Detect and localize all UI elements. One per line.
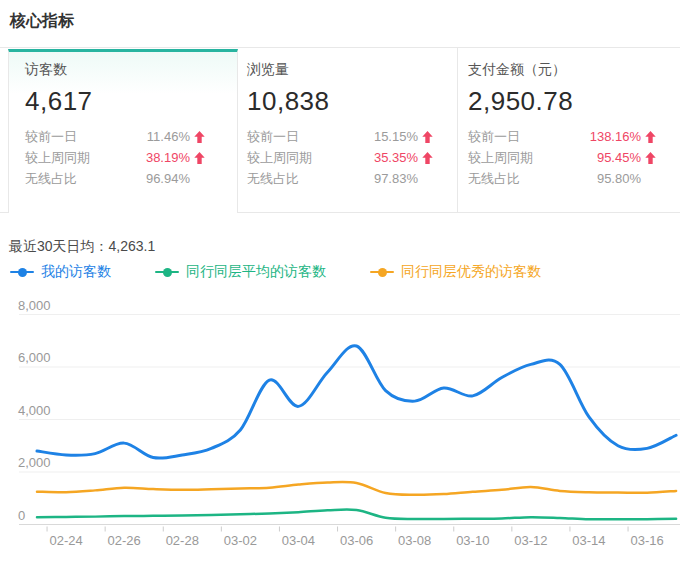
- metric-row: 较上周同期 35.35%: [247, 147, 433, 168]
- thirty-day-average-text: 最近30天日均：4,263.1: [9, 238, 155, 256]
- page-title: 核心指标: [10, 11, 74, 32]
- tab-strip-top-border: [0, 47, 680, 48]
- svg-text:03-02: 03-02: [224, 533, 257, 548]
- up-arrow-icon: [422, 152, 433, 164]
- metric-row: 无线占比 97.83%: [247, 168, 433, 189]
- up-arrow-icon: [194, 131, 205, 143]
- row-label: 较上周同期: [247, 149, 312, 167]
- svg-text:03-16: 03-16: [630, 533, 663, 548]
- chart-legend: 我的访客数 同行同层平均的访客数 同行同层优秀的访客数: [10, 262, 541, 282]
- dashboard-panel: 核心指标 访客数 4,617 较前一日 11.46% 较上周同期 38.19% …: [0, 0, 680, 562]
- tab-pageviews[interactable]: 浏览量 10,838 较前一日 15.15% 较上周同期 35.35% 无线占比…: [247, 60, 433, 189]
- trend-chart: 02,0004,0006,0008,00002-2402-2602-2803-0…: [0, 290, 680, 562]
- svg-text:0: 0: [18, 508, 25, 523]
- svg-text:2,000: 2,000: [18, 455, 51, 470]
- row-value: 95.80%: [597, 171, 641, 186]
- metric-value-visitors: 4,617: [25, 86, 205, 116]
- up-arrow-icon: [422, 131, 433, 143]
- metric-row: 无线占比 96.94%: [25, 168, 205, 189]
- legend-line-dot-icon: [370, 265, 394, 279]
- legend-item-my-visitors[interactable]: 我的访客数: [10, 263, 111, 281]
- svg-text:02-24: 02-24: [49, 533, 82, 548]
- tab-payment[interactable]: 支付金额（元） 2,950.78 较前一日 138.16% 较上周同期 95.4…: [468, 60, 656, 189]
- metric-label-pageviews: 浏览量: [247, 60, 433, 78]
- row-label: 无线占比: [247, 170, 299, 188]
- row-label: 较前一日: [468, 128, 520, 146]
- up-arrow-icon: [645, 131, 656, 143]
- row-label: 较上周同期: [25, 149, 90, 167]
- up-arrow-icon: [194, 152, 205, 164]
- metric-row: 较前一日 11.46%: [25, 126, 205, 147]
- svg-text:8,000: 8,000: [18, 298, 51, 313]
- row-value: 138.16%: [590, 129, 641, 144]
- svg-text:03-06: 03-06: [340, 533, 373, 548]
- row-label: 较前一日: [247, 128, 299, 146]
- metric-row: 较前一日 138.16%: [468, 126, 656, 147]
- metric-label-payment: 支付金额（元）: [468, 60, 656, 78]
- row-value: 11.46%: [147, 129, 190, 144]
- trend-chart-svg: 02,0004,0006,0008,00002-2402-2602-2803-0…: [0, 290, 680, 562]
- svg-text:03-08: 03-08: [398, 533, 431, 548]
- legend-label: 我的访客数: [41, 263, 111, 281]
- legend-item-peer-average[interactable]: 同行同层平均的访客数: [155, 263, 326, 281]
- row-label: 无线占比: [468, 170, 520, 188]
- legend-label: 同行同层平均的访客数: [186, 263, 326, 281]
- row-value: 97.83%: [374, 171, 418, 186]
- legend-item-peer-excellent[interactable]: 同行同层优秀的访客数: [370, 263, 541, 281]
- tab-divider: [457, 48, 458, 213]
- row-value: 35.35%: [374, 150, 418, 165]
- metric-row: 较上周同期 95.45%: [468, 147, 656, 168]
- row-label: 较前一日: [25, 128, 77, 146]
- row-label: 无线占比: [25, 170, 77, 188]
- svg-text:03-04: 03-04: [282, 533, 315, 548]
- metric-value-pageviews: 10,838: [247, 86, 433, 116]
- svg-text:6,000: 6,000: [18, 350, 51, 365]
- legend-line-dot-icon: [155, 265, 179, 279]
- legend-line-dot-icon: [10, 265, 34, 279]
- svg-text:03-10: 03-10: [456, 533, 489, 548]
- svg-text:02-26: 02-26: [108, 533, 141, 548]
- metric-label-visitors: 访客数: [25, 60, 205, 78]
- row-value: 96.94%: [146, 171, 190, 186]
- tab-visitors[interactable]: 访客数 4,617 较前一日 11.46% 较上周同期 38.19% 无线占比 …: [25, 60, 205, 189]
- svg-text:03-14: 03-14: [572, 533, 605, 548]
- metric-row: 较前一日 15.15%: [247, 126, 433, 147]
- row-label: 较上周同期: [468, 149, 533, 167]
- svg-text:02-28: 02-28: [166, 533, 199, 548]
- row-value: 15.15%: [374, 129, 418, 144]
- svg-text:03-12: 03-12: [514, 533, 547, 548]
- metric-row: 无线占比 95.80%: [468, 168, 656, 189]
- row-value: 38.19%: [146, 150, 190, 165]
- up-arrow-icon: [645, 152, 656, 164]
- metric-row: 较上周同期 38.19%: [25, 147, 205, 168]
- metric-value-payment: 2,950.78: [468, 86, 656, 116]
- svg-text:4,000: 4,000: [18, 403, 51, 418]
- legend-label: 同行同层优秀的访客数: [401, 263, 541, 281]
- row-value: 95.45%: [597, 150, 641, 165]
